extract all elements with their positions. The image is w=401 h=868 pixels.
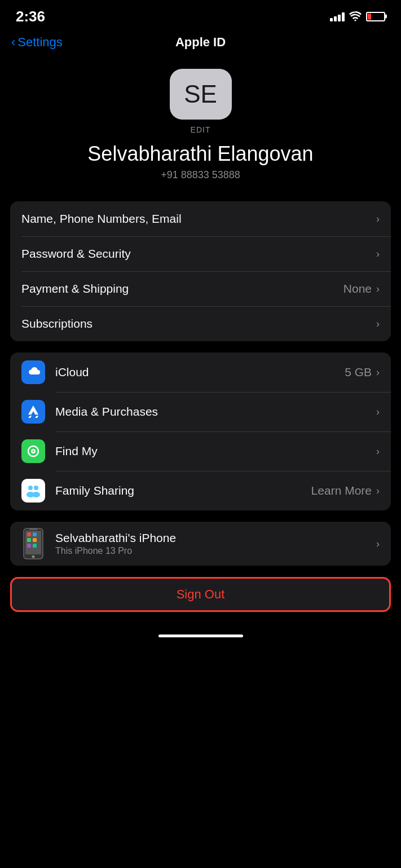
svg-rect-9: [29, 528, 37, 530]
svg-point-16: [32, 556, 35, 558]
avatar-initials: SE: [184, 80, 217, 108]
status-bar: 2:36: [0, 0, 401, 29]
name-phone-email-label: Name, Phone Numbers, Email: [21, 212, 376, 226]
svg-point-3: [28, 486, 33, 490]
svg-rect-11: [33, 532, 37, 536]
avatar-edit-label[interactable]: EDIT: [191, 125, 211, 134]
payment-shipping-label: Payment & Shipping: [21, 282, 343, 296]
iphone-icon: [21, 527, 45, 560]
device-text: Selvabharathi's iPhone This iPhone 13 Pr…: [55, 531, 376, 556]
family-sharing-row[interactable]: Family Sharing Learn More ›: [10, 471, 391, 510]
back-chevron-icon: ‹: [11, 35, 15, 50]
chevron-icon: ›: [376, 248, 380, 260]
media-purchases-label: Media & Purchases: [55, 405, 376, 418]
svg-rect-14: [27, 544, 31, 548]
password-security-label: Password & Security: [21, 247, 376, 261]
wifi-icon: [349, 11, 362, 21]
profile-phone: +91 88833 53888: [161, 169, 240, 181]
payment-shipping-row[interactable]: Payment & Shipping None ›: [10, 271, 391, 306]
home-bar: [158, 635, 243, 637]
family-sharing-icon: [21, 479, 45, 503]
signal-icon: [330, 11, 345, 21]
sign-out-section: Sign Out: [10, 577, 391, 612]
findmy-row[interactable]: Find My ›: [10, 431, 391, 471]
chevron-icon: ›: [376, 213, 380, 225]
account-settings-group: Name, Phone Numbers, Email › Password & …: [10, 201, 391, 341]
device-name: Selvabharathi's iPhone: [55, 531, 376, 545]
findmy-icon: [21, 439, 45, 463]
device-group: Selvabharathi's iPhone This iPhone 13 Pr…: [10, 522, 391, 566]
status-time: 2:36: [16, 8, 45, 25]
chevron-icon: ›: [376, 446, 380, 457]
avatar[interactable]: SE: [170, 69, 232, 120]
sign-out-button[interactable]: Sign Out: [10, 577, 391, 612]
svg-rect-13: [33, 538, 37, 542]
svg-point-6: [32, 492, 40, 497]
status-icons: [330, 11, 385, 21]
chevron-icon: ›: [376, 485, 380, 497]
family-sharing-value: Learn More: [311, 484, 372, 497]
sign-out-label: Sign Out: [177, 587, 225, 602]
page-title: Apple ID: [175, 35, 226, 50]
chevron-icon: ›: [376, 283, 380, 295]
svg-point-4: [34, 486, 38, 490]
device-row[interactable]: Selvabharathi's iPhone This iPhone 13 Pr…: [10, 522, 391, 566]
appstore-icon: [21, 400, 45, 424]
device-model: This iPhone 13 Pro: [55, 546, 376, 556]
home-indicator: [0, 629, 401, 646]
icloud-icon: [21, 360, 45, 384]
subscriptions-label: Subscriptions: [21, 317, 376, 331]
battery-icon: [366, 12, 385, 21]
family-sharing-label: Family Sharing: [55, 484, 311, 497]
name-phone-email-row[interactable]: Name, Phone Numbers, Email ›: [10, 201, 391, 236]
icloud-label: iCloud: [55, 365, 345, 379]
profile-section: SE EDIT Selvabharathi Elangovan +91 8883…: [0, 58, 401, 190]
nav-header: ‹ Settings Apple ID: [0, 29, 401, 58]
media-purchases-row[interactable]: Media & Purchases ›: [10, 392, 391, 431]
back-button[interactable]: ‹ Settings: [11, 35, 63, 50]
svg-rect-12: [27, 538, 31, 542]
svg-point-2: [33, 451, 34, 452]
chevron-icon: ›: [376, 318, 380, 330]
chevron-icon: ›: [376, 367, 380, 378]
payment-value: None: [343, 282, 372, 296]
services-group: iCloud 5 GB › Media & Purchases › Find M…: [10, 353, 391, 510]
chevron-icon: ›: [376, 538, 380, 550]
chevron-icon: ›: [376, 406, 380, 418]
password-security-row[interactable]: Password & Security ›: [10, 236, 391, 271]
subscriptions-row[interactable]: Subscriptions ›: [10, 306, 391, 341]
profile-name: Selvabharathi Elangovan: [87, 142, 313, 166]
back-label: Settings: [17, 35, 63, 50]
findmy-label: Find My: [55, 444, 376, 458]
svg-rect-10: [27, 532, 31, 536]
icloud-row[interactable]: iCloud 5 GB ›: [10, 353, 391, 392]
svg-rect-15: [33, 544, 37, 548]
icloud-value: 5 GB: [345, 365, 372, 379]
